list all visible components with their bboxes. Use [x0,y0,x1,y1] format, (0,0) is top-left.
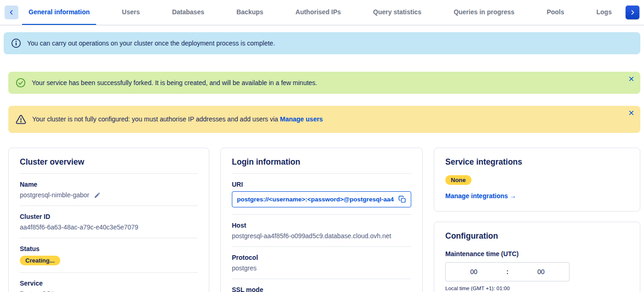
success-banner: Your service has been successfully forke… [8,72,640,94]
check-circle-icon [16,78,26,88]
tab-authorised-ips[interactable]: Authorised IPs [289,0,347,25]
field-protocol: Protocol postgres [232,247,411,279]
copy-uri-button[interactable] [398,195,406,203]
manage-integrations-link[interactable]: Manage integrations → [445,192,516,200]
cluster-name-value: postgresql-nimble-gabor [20,191,89,199]
tabs-prev-button[interactable] [5,6,18,19]
uri-value: postgres://<username>:<password>@postgre… [237,196,394,203]
maintenance-hour-field[interactable]: 00 [446,268,502,275]
manage-users-link[interactable]: Manage users [280,115,323,123]
uri-label: URI [232,181,411,188]
field-cluster-id: Cluster ID aa4f85f6-6a63-48ac-a79c-e40c3… [20,206,198,238]
cluster-id-value: aa4f85f6-6a63-48ac-a79c-e40c3e5e7079 [20,223,198,231]
maintenance-time-label: Maintenance time (UTC) [445,250,629,258]
field-name: Name postgresql-nimble-gabor [20,174,198,206]
login-information-title: Login information [232,157,411,174]
cluster-overview-card: Cluster overview Name postgresql-nimble-… [8,148,209,292]
local-time-text: Local time (GMT +1): 01:00 [445,286,629,291]
ssl-mode-label: SSL mode [232,286,411,292]
cards-area: Cluster overview Name postgresql-nimble-… [8,148,640,292]
service-label: Service [20,280,198,287]
name-label: Name [20,181,198,188]
service-integrations-card: Service integrations None Manage integra… [434,148,640,212]
status-badge: Creating... [20,256,60,265]
maintenance-minute-field[interactable]: 00 [513,268,569,275]
warning-icon [16,114,26,125]
protocol-value: postgres [232,264,411,272]
maintenance-time-input[interactable]: 00 : 00 [445,262,569,281]
chevron-left-icon [9,10,14,15]
service-integrations-title: Service integrations [445,157,629,167]
success-banner-text: Your service has been successfully forke… [32,79,317,87]
status-label: Status [20,245,198,252]
tab-pools[interactable]: Pools [540,0,570,25]
field-service: Service PostgreSQL [20,273,198,292]
configuration-card: Configuration Maintenance time (UTC) 00 … [434,222,640,292]
field-ssl-mode: SSL mode Mandatory [232,279,411,292]
cluster-overview-title: Cluster overview [20,157,198,174]
field-status: Status Creating... [20,238,198,273]
copy-icon [398,195,406,203]
chevron-right-icon [630,10,635,15]
close-icon[interactable] [627,109,635,117]
field-uri: URI postgres://<username>:<password>@pos… [232,174,411,215]
host-value: postgresql-aa4f85f6-o099ad5c9.database.c… [232,232,411,240]
close-icon[interactable] [627,75,635,83]
tab-databases[interactable]: Databases [166,0,211,25]
time-separator: : [502,268,513,275]
tab-queries-in-progress[interactable]: Queries in progress [447,0,521,25]
cluster-id-label: Cluster ID [20,213,198,220]
tab-bar: General information Users Databases Back… [0,0,644,25]
tab-logs[interactable]: Logs [590,0,618,25]
host-label: Host [232,222,411,229]
info-icon [11,38,21,48]
pencil-icon [94,192,101,199]
service-value: PostgreSQL [20,290,198,292]
configuration-title: Configuration [445,231,629,241]
edit-name-button[interactable] [94,192,101,199]
warning-banner-text: Your cluster is not fully configured: yo… [32,115,323,124]
tab-backups[interactable]: Backups [230,0,270,25]
login-information-card: Login information URI postgres://<userna… [220,148,423,292]
tab-query-statistics[interactable]: Query statistics [367,0,428,25]
tab-general-information[interactable]: General information [22,0,96,25]
tabs-next-button[interactable] [626,6,639,19]
integrations-badge: None [445,175,472,185]
field-host: Host postgresql-aa4f85f6-o099ad5c9.datab… [232,215,411,247]
warning-text: Your cluster is not fully configured: yo… [32,115,278,123]
tab-list: General information Users Databases Back… [18,0,622,25]
warning-banner: Your cluster is not fully configured: yo… [8,106,640,133]
uri-box: postgres://<username>:<password>@postgre… [232,191,411,207]
tab-users[interactable]: Users [115,0,146,25]
info-banner: You can carry out operations on your clu… [4,32,640,54]
protocol-label: Protocol [232,254,411,261]
info-banner-text: You can carry out operations on your clu… [27,39,275,48]
